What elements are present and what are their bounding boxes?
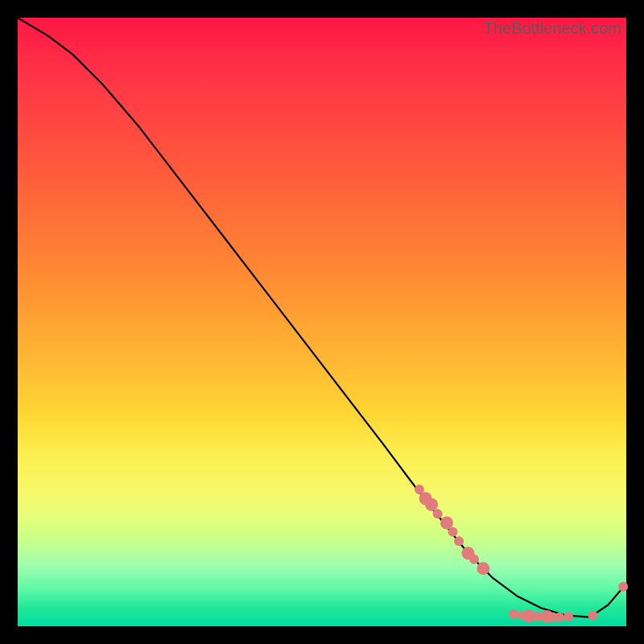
plot-area: TheBottleneck.com xyxy=(18,18,626,626)
data-marker xyxy=(433,509,443,518)
data-marker xyxy=(509,609,518,619)
chart-stage: TheBottleneck.com xyxy=(0,0,644,644)
data-marker xyxy=(448,527,458,537)
data-marker xyxy=(618,582,628,592)
data-marker xyxy=(454,536,464,546)
data-marker xyxy=(588,610,597,620)
data-marker xyxy=(440,516,453,529)
bottleneck-curve xyxy=(18,18,626,617)
data-markers xyxy=(415,485,628,623)
data-marker xyxy=(425,498,438,511)
chart-overlay xyxy=(18,18,626,626)
data-marker xyxy=(564,612,573,621)
data-marker xyxy=(555,613,564,622)
data-marker xyxy=(477,562,489,575)
data-marker xyxy=(469,555,479,564)
